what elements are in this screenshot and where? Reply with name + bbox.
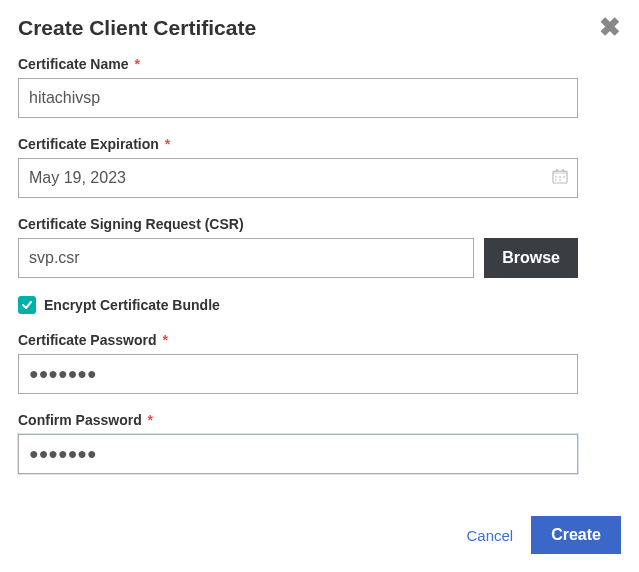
required-marker: * [162,332,167,348]
cert-name-input[interactable] [18,78,578,118]
browse-button[interactable]: Browse [484,238,578,278]
cert-expiration-label-text: Certificate Expiration [18,136,159,152]
encrypt-checkbox[interactable] [18,296,36,314]
cert-name-label: Certificate Name * [18,56,621,72]
cert-password-label-text: Certificate Password [18,332,157,348]
confirm-password-label: Confirm Password * [18,412,621,428]
cancel-button[interactable]: Cancel [466,527,513,544]
close-icon[interactable]: ✖ [599,14,621,40]
cert-expiration-input[interactable] [18,158,578,198]
required-marker: * [134,56,139,72]
dialog-title: Create Client Certificate [18,16,256,40]
cert-password-input[interactable] [18,354,578,394]
create-button[interactable]: Create [531,516,621,554]
cert-password-label: Certificate Password * [18,332,621,348]
csr-input[interactable] [18,238,474,278]
required-marker: * [148,412,153,428]
confirm-password-input[interactable] [18,434,578,474]
required-marker: * [165,136,170,152]
confirm-password-label-text: Confirm Password [18,412,142,428]
cert-name-label-text: Certificate Name [18,56,129,72]
cert-expiration-label: Certificate Expiration * [18,136,621,152]
csr-label: Certificate Signing Request (CSR) [18,216,621,232]
encrypt-label: Encrypt Certificate Bundle [44,297,220,313]
